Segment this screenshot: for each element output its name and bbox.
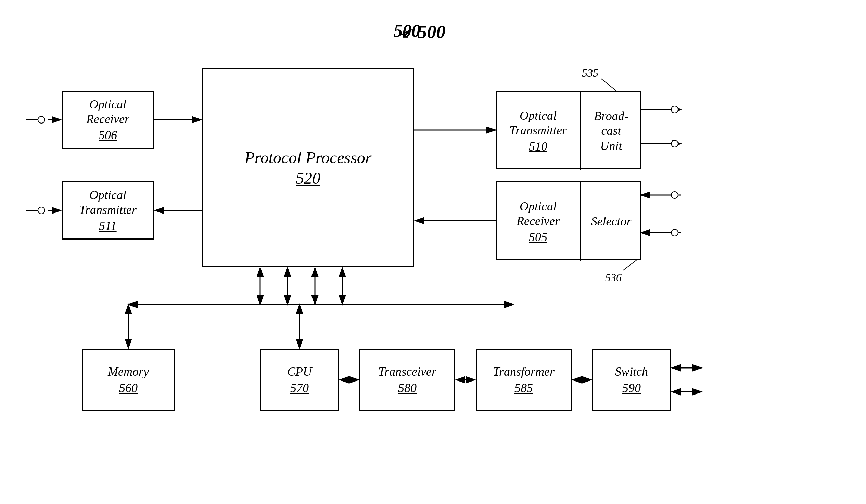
- optical-transmitter-510-block: OpticalTransmitter 510: [497, 92, 579, 170]
- transformer-585-number: 585: [514, 381, 533, 395]
- optical-transmitter-510-label: OpticalTransmitter: [509, 109, 567, 138]
- ref-536-label: 536: [605, 271, 622, 284]
- optical-receiver-506-block: OpticalReceiver 506: [62, 91, 154, 149]
- svg-line-29: [623, 260, 637, 270]
- optical-transmitter-511-block: OpticalTransmitter 511: [62, 181, 154, 239]
- optical-transmitter-511-label: OpticalTransmitter: [79, 188, 136, 217]
- arrows-svg: [0, 0, 866, 504]
- switch-590-block: Switch 590: [592, 349, 671, 411]
- transformer-585-block: Transformer 585: [476, 349, 571, 411]
- receiver-selector-group: OpticalReceiver 505 Selector: [496, 181, 641, 260]
- title-arrow: ↙: [400, 25, 413, 42]
- input-circle-receiver: [38, 116, 45, 124]
- transceiver-580-label: Transceiver: [378, 365, 436, 379]
- optical-receiver-506-label: OpticalReceiver: [86, 97, 130, 126]
- protocol-processor-520-label: Protocol Processor: [244, 148, 371, 168]
- protocol-processor-520-block: Protocol Processor 520: [202, 68, 414, 267]
- diagram: 500: [0, 0, 866, 504]
- transceiver-580-block: Transceiver 580: [359, 349, 455, 411]
- cpu-570-block: CPU 570: [260, 349, 339, 411]
- cpu-570-label: CPU: [287, 365, 312, 379]
- selector-block: Selector: [580, 182, 642, 261]
- broadcast-unit-block: Broad-castUnit: [580, 92, 642, 170]
- transformer-585-label: Transformer: [493, 365, 555, 379]
- ref-535-label: 535: [582, 67, 598, 79]
- switch-590-number: 590: [622, 381, 641, 395]
- figure-title: ↙ 500: [400, 21, 446, 42]
- title-text: 500: [418, 22, 446, 42]
- svg-line-28: [601, 79, 616, 91]
- transceiver-580-number: 580: [398, 381, 417, 395]
- optical-receiver-505-number: 505: [529, 230, 547, 244]
- memory-560-block: Memory 560: [82, 349, 175, 411]
- transmitter-broadcast-group: OpticalTransmitter 510 Broad-castUnit: [496, 91, 641, 169]
- selector-label: Selector: [591, 214, 632, 229]
- optical-receiver-506-number: 506: [99, 128, 117, 142]
- output-circle-broadcast-top: [671, 106, 678, 113]
- input-circle-selector-bottom: [671, 229, 678, 236]
- output-circle-broadcast-bottom: [671, 140, 678, 147]
- input-circle-selector-top: [671, 191, 678, 199]
- optical-transmitter-510-number: 510: [529, 139, 547, 154]
- protocol-processor-520-number: 520: [296, 169, 320, 188]
- memory-560-label: Memory: [108, 365, 149, 379]
- input-circle-transmitter: [38, 207, 45, 214]
- optical-transmitter-511-number: 511: [99, 219, 116, 233]
- broadcast-unit-label: Broad-castUnit: [594, 109, 629, 153]
- optical-receiver-505-block: OpticalReceiver 505: [497, 182, 579, 261]
- cpu-570-number: 570: [290, 381, 309, 395]
- switch-590-label: Switch: [615, 365, 648, 379]
- optical-receiver-505-label: OpticalReceiver: [517, 199, 560, 228]
- memory-560-number: 560: [119, 381, 137, 395]
